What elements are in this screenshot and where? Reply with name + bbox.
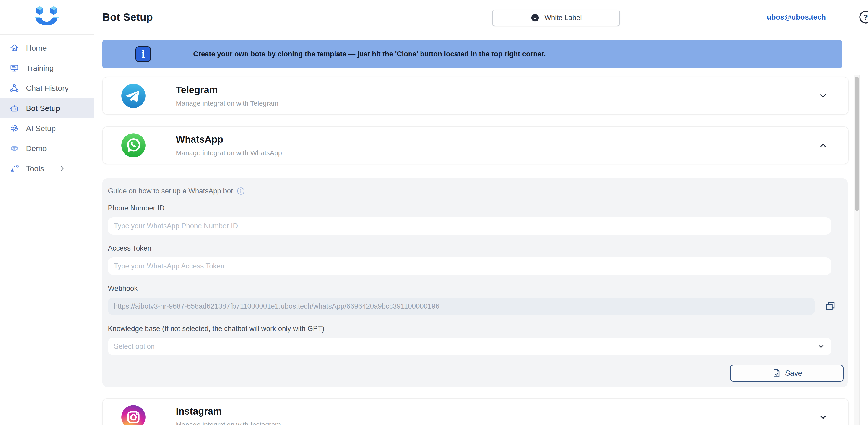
sidebar-item-label: AI Setup: [26, 124, 56, 133]
knowledge-base-label: Knowledge base (If not selected, the cha…: [108, 324, 324, 333]
white-label-label: White Label: [545, 14, 582, 22]
access-token-input[interactable]: [108, 257, 831, 275]
scrollbar-thumb[interactable]: [855, 77, 859, 211]
save-label: Save: [785, 369, 802, 377]
whatsapp-guide-link[interactable]: Guide on how to set up a WhatsApp bot: [108, 187, 245, 195]
phone-number-id-label: Phone Number ID: [108, 204, 164, 212]
info-icon: i: [135, 46, 151, 62]
demo-icon: [9, 143, 20, 153]
sidebar-item-home[interactable]: Home: [0, 38, 93, 58]
integration-name: WhatsApp: [176, 134, 282, 145]
integration-card-whatsapp[interactable]: WhatsApp Manage integration with WhatsAp…: [102, 126, 848, 164]
ubos-logo[interactable]: [0, 0, 93, 35]
training-icon: [9, 63, 20, 73]
sidebar-item-label: Bot Setup: [26, 104, 60, 113]
copy-icon[interactable]: [825, 301, 836, 312]
card-text: WhatsApp Manage integration with WhatsAp…: [176, 134, 282, 157]
whatsapp-icon: [121, 133, 146, 158]
bot-setup-icon: [9, 103, 20, 113]
white-label-button[interactable]: White Label: [492, 9, 620, 26]
svg-text:?: ?: [864, 13, 868, 21]
save-document-icon: [771, 368, 781, 378]
chevron-down-icon[interactable]: [818, 91, 828, 101]
card-text: Instagram Manage integration with Instag…: [176, 406, 281, 425]
webhook-input: [108, 298, 815, 315]
integration-name: Telegram: [176, 84, 278, 95]
integration-card-telegram[interactable]: Telegram Manage integration with Telegra…: [102, 77, 848, 115]
sidebar-item-label: Training: [26, 64, 54, 73]
card-text: Telegram Manage integration with Telegra…: [176, 84, 278, 107]
page-title: Bot Setup: [102, 11, 153, 23]
sidebar-menu: Home Training Chat History Bot Setup: [0, 35, 93, 178]
guide-label: Guide on how to set up a WhatsApp bot: [108, 187, 233, 195]
webhook-label: Webhook: [108, 284, 137, 293]
select-placeholder: Select option: [114, 342, 155, 350]
banner-text: Create your own bots by cloning the temp…: [193, 50, 546, 58]
chevron-right-icon: [58, 165, 66, 172]
tools-icon: [9, 163, 20, 174]
integration-card-instagram[interactable]: Instagram Manage integration with Instag…: [102, 398, 848, 425]
sidebar-item-label: Demo: [26, 144, 47, 153]
whatsapp-settings-panel: Guide on how to set up a WhatsApp bot Ph…: [102, 178, 848, 387]
header: Bot Setup White Label ubos@ubos.tech ?: [94, 0, 868, 35]
sidebar-item-label: Home: [26, 44, 47, 53]
integration-description: Manage integration with Instagram: [176, 421, 281, 425]
sidebar-item-demo[interactable]: Demo: [0, 138, 93, 159]
sidebar-item-label: Chat History: [26, 84, 69, 93]
access-token-label: Access Token: [108, 244, 151, 252]
sidebar-item-chat-history[interactable]: Chat History: [0, 78, 93, 98]
chevron-down-icon[interactable]: [818, 412, 828, 422]
download-circle-icon: [530, 13, 540, 23]
chevron-up-icon[interactable]: [818, 140, 828, 150]
ai-setup-icon: [9, 123, 20, 134]
home-icon: [9, 43, 20, 53]
ubos-logo-icon: [33, 4, 61, 30]
chat-history-icon: [9, 83, 20, 93]
scrollbar-track[interactable]: [854, 75, 860, 425]
sidebar-item-ai-setup[interactable]: AI Setup: [0, 118, 93, 138]
info-banner: i Create your own bots by cloning the te…: [102, 40, 842, 68]
sidebar-item-tools[interactable]: Tools: [0, 159, 93, 178]
help-icon: ?: [858, 9, 868, 25]
integration-description: Manage integration with Telegram: [176, 100, 278, 107]
main-content: i Create your own bots by cloning the te…: [94, 34, 868, 425]
info-circle-icon[interactable]: [237, 187, 245, 195]
phone-number-id-input[interactable]: [108, 217, 831, 235]
integration-description: Manage integration with WhatsApp: [176, 149, 282, 157]
sidebar: Home Training Chat History Bot Setup: [0, 0, 94, 425]
knowledge-base-select[interactable]: Select option: [108, 338, 831, 355]
sidebar-item-bot-setup[interactable]: Bot Setup: [0, 98, 93, 118]
help-button[interactable]: ?: [858, 9, 868, 25]
save-button[interactable]: Save: [730, 365, 844, 381]
user-email[interactable]: ubos@ubos.tech: [746, 0, 846, 34]
integration-name: Instagram: [176, 406, 281, 417]
webhook-row: [108, 298, 842, 315]
sidebar-item-label: Tools: [26, 164, 44, 173]
sidebar-item-training[interactable]: Training: [0, 58, 93, 78]
instagram-icon: [121, 405, 146, 425]
chevron-down-icon: [817, 342, 825, 351]
telegram-icon: [121, 84, 146, 108]
app-root: Home Training Chat History Bot Setup: [0, 0, 868, 425]
